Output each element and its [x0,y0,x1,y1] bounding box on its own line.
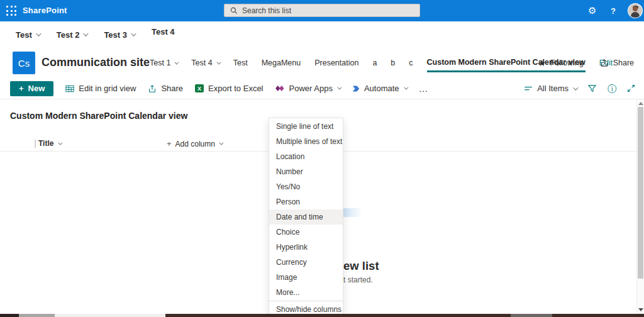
empty-state-heading-partial: ew list [343,259,379,273]
menu-item-single-line-of-text[interactable]: Single line of text [269,119,343,134]
hubnav-item-test3[interactable]: Test 3 [104,30,135,40]
menu-item-yes-no[interactable]: Yes/No [269,179,343,194]
edit-in-grid-view-button[interactable]: Edit in grid view [65,84,136,93]
share-icon [600,58,609,67]
menu-item-image[interactable]: Image [269,270,343,285]
bottom-edge-gray [19,314,55,317]
view-selector-all-items[interactable]: All Items [524,84,577,93]
column-drag-indicator [35,140,36,148]
power-apps-button[interactable]: Power Apps [275,84,340,93]
hubnav-item-test[interactable]: Test [16,30,40,40]
share-list-button[interactable]: Share [148,84,183,93]
view-lines-icon [524,86,533,92]
nav-item-megamenu[interactable]: MegaMenu [262,58,301,67]
chevron-down-icon [219,141,223,145]
add-column-menu: Single line of text Multiple lines of te… [269,118,343,317]
chevron-down-icon [175,60,179,64]
add-column-button[interactable]: + Add column [167,139,222,148]
power-apps-icon [275,85,285,92]
search-icon [230,7,238,14]
help-icon[interactable]: ? [611,6,616,16]
automate-button[interactable]: Automate [352,84,407,93]
filter-button[interactable] [587,84,597,93]
menu-item-multiple-lines-of-text[interactable]: Multiple lines of text [269,134,343,149]
title-column-header[interactable]: Title [38,139,61,148]
nav-item-test1[interactable]: Test 1 [150,58,177,67]
grid-icon [65,84,74,93]
automate-icon [352,85,360,92]
nav-item-test[interactable]: Test [233,58,248,67]
app-launcher-waffle-icon[interactable] [6,6,17,16]
site-header: Cs Communication site Test 1 Test 4 Test… [0,48,644,78]
menu-item-hyperlink[interactable]: Hyperlink [269,240,343,255]
more-commands-button[interactable]: … [419,83,429,94]
expand-fullscreen-button[interactable] [627,84,635,92]
new-button[interactable]: + New [10,81,53,96]
bottom-edge-light [55,314,165,317]
nav-item-a[interactable]: a [372,58,377,67]
hubnav-item-test4[interactable]: Test 4 [152,27,175,36]
info-button[interactable]: ⓘ [608,84,616,93]
plus-icon: + [19,84,24,93]
suite-bar: SharePoint Search this list ⚙ ? [0,0,644,21]
empty-state-subtext-partial: t started. [343,275,373,284]
menu-item-currency[interactable]: Currency [269,255,343,270]
menu-divider [269,301,343,301]
search-input[interactable]: Search this list [224,4,420,17]
sharepoint-list-page: SharePoint Search this list ⚙ ? Test Tes… [0,0,644,317]
nav-item-test4[interactable]: Test 4 [191,58,219,67]
share-site-button[interactable]: Share [600,58,634,67]
following-button[interactable]: ★ Following [538,58,583,67]
nav-item-b[interactable]: b [391,58,395,67]
filter-funnel-icon [587,84,597,93]
bottom-edge-gray2 [511,314,552,317]
chevron-down-icon [573,85,578,90]
hubnav-item-test2[interactable]: Test 2 [57,30,87,40]
vertical-scrollbar[interactable] [636,99,644,314]
app-name[interactable]: SharePoint [23,6,67,15]
hint-highlight [343,208,362,217]
command-bar: + New Edit in grid view Share X Export t… [0,78,644,99]
chevron-down-icon [131,31,136,36]
export-to-excel-button[interactable]: X Export to Excel [195,84,263,93]
plus-icon: + [167,139,172,148]
excel-icon: X [195,84,204,92]
bottom-edge-brown [165,314,511,317]
chevron-down-icon [84,31,89,36]
chevron-down-icon [58,140,63,145]
share-icon [148,84,157,93]
site-header-actions: ★ Following Share [538,48,634,78]
list-title: Custom Modern SharePoint Calendar view [10,111,187,121]
chevron-down-icon [36,31,41,36]
menu-item-date-and-time[interactable]: Date and time [269,209,343,225]
site-logo[interactable]: Cs [13,52,35,74]
nav-item-presentation[interactable]: Presentation [314,58,358,67]
scroll-down-arrow-icon[interactable] [638,308,643,311]
bottom-edge-brown2 [552,314,644,317]
following-star-icon: ★ [538,58,546,67]
scrollbar-thumb[interactable] [638,107,643,279]
menu-item-location[interactable]: Location [269,149,343,164]
chevron-down-icon [337,86,341,90]
expand-diagonal-icon [627,84,635,92]
hub-navigation: Test Test 2 Test 3 Test 4 [0,21,644,48]
user-avatar[interactable] [628,3,643,18]
site-title[interactable]: Communication site [42,56,150,69]
bottom-edge-dark [0,314,19,317]
chevron-down-icon [404,86,408,90]
menu-item-number[interactable]: Number [269,164,343,179]
menu-item-more[interactable]: More... [269,285,343,300]
scroll-up-arrow-icon[interactable] [638,102,643,105]
chevron-down-icon [216,60,221,64]
menu-item-choice[interactable]: Choice [269,225,343,240]
search-placeholder: Search this list [242,6,291,15]
menu-item-person[interactable]: Person [269,194,343,209]
settings-gear-icon[interactable]: ⚙ [588,5,596,16]
nav-item-c[interactable]: c [409,58,413,67]
